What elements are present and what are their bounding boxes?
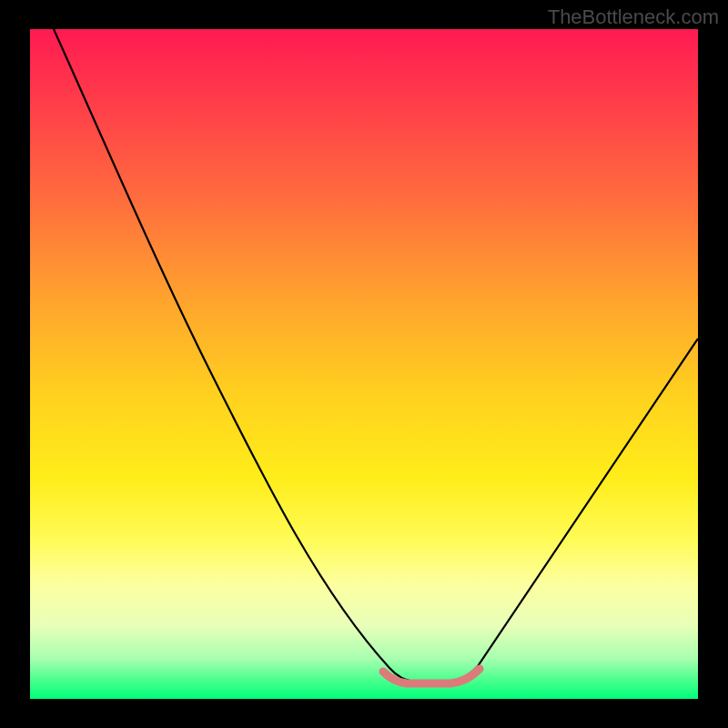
bottleneck-curve-path <box>54 29 698 682</box>
watermark-text: TheBottleneck.com <box>548 5 719 29</box>
chart-plot-area <box>30 29 698 699</box>
chart-svg <box>30 29 698 699</box>
